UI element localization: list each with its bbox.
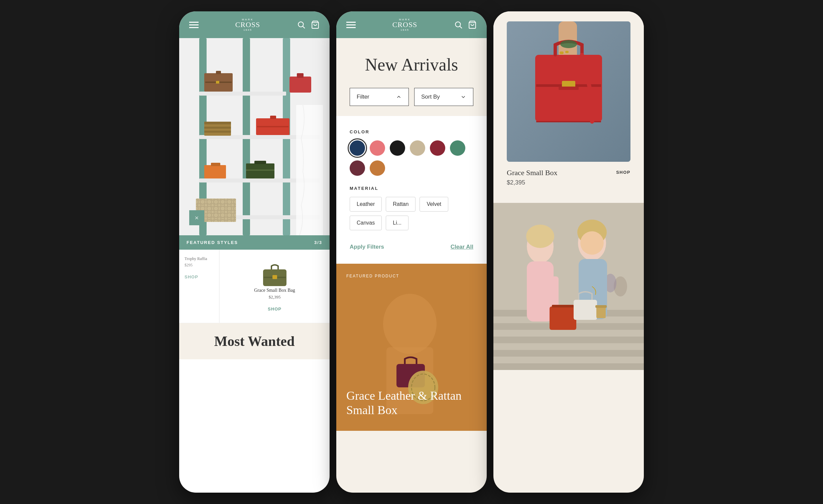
color-swatch-burgundy[interactable] [430, 140, 445, 156]
product-name-1: Grace Small Box [507, 168, 558, 177]
bag-illustration-2 [260, 261, 290, 288]
svg-point-0 [298, 22, 303, 27]
svg-rect-77 [550, 306, 576, 330]
svg-rect-27 [246, 163, 274, 178]
color-swatches [350, 140, 473, 176]
svg-rect-53 [560, 51, 564, 54]
featured-product-hero: FEATURED PRODUCT Grace Leather & Rattan … [336, 264, 487, 431]
carousel-shop-2[interactable]: SHOP [268, 306, 281, 311]
svg-rect-24 [257, 126, 288, 127]
filter-panel: COLOR MATERIAL Leather Rattan Velvet Can… [336, 116, 487, 264]
material-velvet[interactable]: Velvet [420, 197, 448, 212]
svg-point-42 [455, 22, 460, 27]
svg-rect-68 [493, 350, 644, 357]
carousel-shop-1[interactable]: SHOP [185, 274, 198, 279]
logo-year: 1845 [243, 28, 252, 31]
phone-3: Grace Small Box $2,395 SHOP [493, 11, 644, 493]
svg-point-46 [383, 294, 437, 354]
svg-rect-70 [493, 363, 644, 370]
filter-sort-bar: Filter Sort By [350, 88, 473, 106]
carousel-item-price-2: $2,395 [269, 294, 281, 300]
color-swatch-dark-red[interactable] [350, 160, 365, 176]
sort-chevron-down-icon [460, 94, 466, 100]
svg-rect-38 [296, 105, 323, 235]
header-icons [297, 20, 320, 29]
featured-styles-label: FEATURED STYLES [187, 240, 238, 245]
svg-rect-16 [289, 77, 311, 93]
featured-carousel: Trophy Raffia $295 SHOP Grace Small Box … [179, 250, 330, 323]
carousel-item-name-1: Trophy Raffia [185, 256, 214, 261]
phone-1: MARK CROSS 1845 [179, 11, 330, 493]
store-shelf-image: × [179, 38, 330, 235]
svg-rect-69 [493, 357, 644, 363]
svg-rect-20 [204, 127, 231, 129]
apply-filters-button[interactable]: Apply Filters [350, 244, 384, 250]
bag-icon[interactable] [311, 20, 320, 29]
phone2-search-icon[interactable] [454, 20, 463, 29]
product-shop-btn-1[interactable]: SHOP [616, 168, 630, 175]
phone2-header-icons [454, 20, 477, 29]
svg-line-1 [303, 26, 305, 28]
svg-point-74 [526, 225, 554, 248]
svg-point-81 [580, 231, 604, 255]
svg-rect-25 [204, 165, 226, 178]
featured-styles-bar: FEATURED STYLES 3/3 [179, 235, 330, 250]
svg-rect-54 [565, 51, 569, 53]
color-swatch-orange[interactable] [370, 160, 385, 176]
clear-all-button[interactable]: Clear All [451, 244, 473, 250]
carousel-item-price-1: $295 [185, 263, 214, 268]
featured-product-name: Grace Leather & Rattan Small Box [346, 389, 487, 417]
svg-rect-83 [574, 300, 597, 320]
svg-rect-60 [559, 87, 579, 90]
svg-rect-84 [596, 306, 606, 318]
svg-rect-41 [272, 275, 277, 279]
color-swatch-tan[interactable] [410, 140, 425, 156]
carousel-item-1[interactable]: Trophy Raffia $295 SHOP [179, 250, 219, 323]
material-rattan[interactable]: Rattan [386, 197, 416, 212]
svg-rect-8 [199, 92, 286, 96]
most-wanted-section: Most Wanted [179, 323, 330, 359]
carousel-item-2[interactable]: Grace Small Box Bag $2,395 SHOP [220, 250, 330, 323]
svg-rect-19 [204, 122, 231, 124]
color-swatch-green[interactable] [450, 140, 465, 156]
color-swatch-pink[interactable] [370, 140, 385, 156]
featured-styles-count: 3/3 [314, 240, 322, 245]
page-title: New Arrivals [350, 55, 473, 75]
product-details-1: Grace Small Box $2,395 [507, 168, 558, 186]
svg-rect-28 [254, 161, 266, 164]
phone3-content: Grace Small Box $2,395 SHOP [493, 11, 644, 370]
sort-by-button[interactable]: Sort By [414, 88, 473, 106]
svg-rect-78 [552, 305, 574, 307]
material-canvas[interactable]: Canvas [350, 216, 382, 230]
sort-label: Sort By [421, 94, 440, 100]
product-image-svg-1 [507, 21, 630, 162]
material-tags: Leather Rattan Velvet Canvas Li... [350, 197, 473, 230]
material-linen[interactable]: Li... [386, 216, 408, 230]
logo-cross: CROSS [235, 21, 260, 28]
product-card-1: Grace Small Box $2,395 SHOP [493, 11, 644, 203]
svg-rect-65 [493, 330, 644, 337]
filter-button[interactable]: Filter [350, 88, 409, 106]
filter-actions: Apply Filters Clear All [350, 240, 473, 254]
material-leather[interactable]: Leather [350, 197, 382, 212]
phone2-logo: MARK CROSS 1845 [392, 18, 418, 31]
color-swatch-navy[interactable] [350, 140, 365, 156]
close-button[interactable]: × [189, 210, 204, 225]
product-price-1: $2,395 [507, 179, 558, 186]
phone2-hamburger[interactable] [346, 22, 356, 28]
svg-point-59 [560, 40, 577, 48]
svg-rect-66 [493, 337, 644, 343]
most-wanted-title: Most Wanted [189, 333, 320, 349]
color-swatch-black[interactable] [390, 140, 405, 156]
svg-rect-15 [216, 81, 219, 84]
phone2-header: MARK CROSS 1845 [336, 11, 487, 38]
color-section-label: COLOR [350, 129, 473, 134]
material-section-label: MATERIAL [350, 186, 473, 191]
phone2-bag-icon[interactable] [468, 20, 477, 29]
svg-rect-21 [204, 131, 231, 133]
product-info-1: Grace Small Box $2,395 SHOP [507, 162, 630, 193]
featured-product-label: FEATURED PRODUCT [346, 274, 399, 278]
product-image-1 [507, 21, 630, 162]
search-icon[interactable] [297, 20, 306, 29]
hamburger-menu[interactable] [189, 22, 199, 28]
